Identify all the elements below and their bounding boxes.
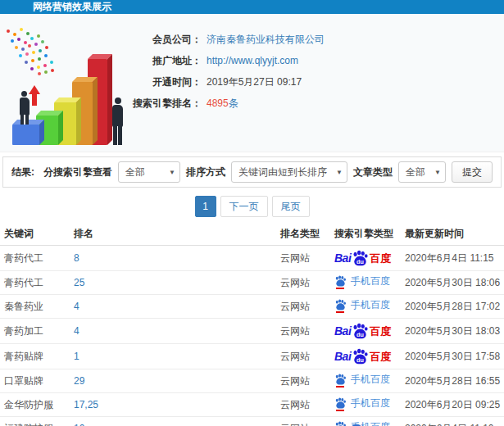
mobile-baidu-label: 手机百度: [351, 398, 390, 408]
table-row: 膏药代工 25 云网站 Bai du 百度: [0, 271, 504, 295]
rank-type-cell: 云网站: [276, 319, 330, 344]
baidu-logo[interactable]: Bai du 百度: [334, 323, 391, 339]
keyword-cell: 秦鲁药业: [0, 295, 70, 319]
article-type-label: 文章类型: [353, 165, 393, 179]
updated-cell: 2020年5月28日 17:02: [401, 295, 504, 319]
mobile-baidu-logo[interactable]: 手机百度: [334, 275, 390, 287]
rank-cell: 17,25: [70, 393, 276, 417]
baidu-paw-icon: du: [352, 250, 369, 266]
filter-panel: 结果: 分搜索引擎查看 全部 ▼ 排序方式 关键词由短到长排序 ▼ 文章类型 全…: [2, 156, 502, 188]
sort-filter-label: 排序方式: [186, 165, 225, 179]
baidu-paw-icon: du: [352, 348, 369, 365]
mobile-baidu-paw-icon: [334, 275, 347, 287]
up-arrow-icon: [29, 85, 40, 106]
updated-cell: 2020年5月30日 18:03: [401, 319, 504, 344]
partial-next-row: [0, 423, 504, 426]
open-time-value: 2019年5月27日 09:17: [207, 75, 302, 88]
engine-cell: Bai du 百度: [330, 344, 401, 369]
updated-cell: 2020年6月20日 09:25: [401, 393, 504, 417]
svg-text:du: du: [356, 356, 364, 364]
engine-cell: Bai du 百度: [330, 271, 401, 295]
rank-cell: 4: [70, 295, 276, 319]
engine-cell: Bai du 百度: [330, 369, 401, 393]
rank-link[interactable]: 25: [74, 277, 84, 288]
engine-rank-row: 搜索引擎排名： 4895 条: [131, 97, 325, 110]
updated-cell: 2020年6月4日 11:15: [401, 246, 504, 271]
engine-filter-label: 分搜索引擎查看: [43, 165, 112, 179]
confetti-decoration: [7, 29, 10, 33]
result-label: 结果:: [11, 165, 34, 179]
rank-link[interactable]: 4: [74, 301, 79, 312]
rank-link[interactable]: 8: [74, 252, 79, 264]
updated-cell: 2020年5月28日 16:55: [401, 369, 504, 393]
article-type-select-value: 全部: [406, 166, 425, 178]
rank-cell: 25: [70, 271, 276, 295]
baidu-logo[interactable]: Bai du 百度: [334, 348, 391, 365]
engine-select-value: 全部: [125, 166, 145, 178]
header-engine-type: 搜索引擎类型: [330, 222, 401, 246]
businessman-right: [110, 97, 126, 145]
mobile-baidu-logo[interactable]: 手机百度: [334, 299, 390, 310]
engine-cell: Bai du 百度: [330, 295, 401, 319]
engine-select[interactable]: 全部 ▼: [118, 161, 180, 183]
title-bar: 网络营销效果展示: [0, 0, 504, 14]
next-page-button[interactable]: 下一页: [220, 196, 268, 217]
rank-type-cell: 云网站: [276, 295, 330, 319]
baidu-logo[interactable]: Bai du 百度: [334, 250, 391, 266]
rank-cell: 4: [70, 319, 276, 344]
company-info: 会员公司： 济南秦鲁药业科技有限公司 推广地址： http://www.qlyy…: [131, 33, 325, 118]
mobile-baidu-paw-icon: [334, 299, 347, 310]
promo-url-row: 推广地址： http://www.qlyyjt.com: [131, 54, 325, 67]
engine-rank-count: 4895: [207, 97, 229, 110]
header-rank: 排名: [70, 222, 276, 246]
header-rank-type: 排名类型: [276, 222, 330, 246]
svg-text:du: du: [356, 331, 364, 338]
page-title: 网络营销效果展示: [33, 1, 111, 12]
open-time-label: 开通时间：: [131, 75, 202, 88]
engine-rank-unit: 条: [229, 97, 238, 110]
keyword-cell: 膏药代工: [0, 246, 70, 271]
mobile-baidu-paw-icon: [334, 397, 347, 409]
rank-type-cell: 云网站: [276, 369, 330, 393]
promo-url-link[interactable]: http://www.qlyyjt.com: [207, 54, 298, 67]
rank-type-cell: 云网站: [276, 271, 330, 295]
keyword-cell: 膏药代工: [0, 271, 70, 295]
pagination: 1 下一页 尾页: [0, 196, 504, 217]
mobile-baidu-label: 手机百度: [351, 300, 390, 310]
sort-select[interactable]: 关键词由短到长排序 ▼: [231, 161, 347, 183]
bar-blue: [12, 125, 39, 145]
rank-link[interactable]: 4: [74, 325, 79, 337]
mobile-baidu-label: 手机百度: [351, 276, 390, 286]
table-row: 膏药代工 8 云网站 Bai du 百度: [0, 246, 504, 271]
table-row: 膏药加工 4 云网站 Bai du 百度: [0, 319, 504, 344]
table-body: 膏药代工 8 云网站 Bai du 百度: [0, 246, 504, 426]
engine-cell: Bai du 百度: [330, 319, 401, 344]
engine-cell: Bai du 百度: [330, 246, 401, 271]
member-company-link[interactable]: 济南秦鲁药业科技有限公司: [207, 33, 325, 46]
filter-controls: 分搜索引擎查看 全部 ▼ 排序方式 关键词由短到长排序 ▼ 文章类型 全部 ▼ …: [43, 161, 493, 183]
last-page-button[interactable]: 尾页: [272, 196, 310, 217]
keyword-ranking-table: 关键词 排名 排名类型 搜索引擎类型 最新更新时间 膏药代工 8 云网站 Bai…: [0, 222, 504, 426]
mobile-baidu-logo[interactable]: 手机百度: [334, 397, 390, 409]
page-1-button[interactable]: 1: [195, 196, 216, 217]
rank-link[interactable]: 29: [74, 375, 84, 387]
mobile-baidu-paw-icon: [334, 374, 347, 385]
mobile-baidu-label: 手机百度: [351, 374, 390, 384]
table-header-row: 关键词 排名 排名类型 搜索引擎类型 最新更新时间: [0, 222, 504, 246]
open-time-row: 开通时间： 2019年5月27日 09:17: [131, 75, 325, 88]
keyword-cell: 膏药加工: [0, 319, 70, 344]
info-panel: 会员公司： 济南秦鲁药业科技有限公司 推广地址： http://www.qlyy…: [0, 14, 504, 152]
rank-link[interactable]: 17,25: [74, 399, 98, 410]
submit-button[interactable]: 提交: [452, 161, 493, 183]
rank-type-cell: 云网站: [276, 393, 330, 417]
marketing-growth-illustration: [2, 25, 145, 147]
table-row: 金华防护服 17,25 云网站 Bai du 百度: [0, 393, 504, 417]
table-row: 膏药贴牌 1 云网站 Bai du 百度: [0, 344, 504, 369]
engine-rank-label: 搜索引擎排名：: [131, 97, 202, 110]
mobile-baidu-logo[interactable]: 手机百度: [334, 374, 390, 385]
rank-link[interactable]: 1: [74, 351, 79, 362]
article-type-select[interactable]: 全部 ▼: [398, 161, 446, 183]
chevron-down-icon: ▼: [336, 162, 343, 184]
rank-cell: 8: [70, 246, 276, 271]
rank-type-cell: 云网站: [276, 246, 330, 271]
